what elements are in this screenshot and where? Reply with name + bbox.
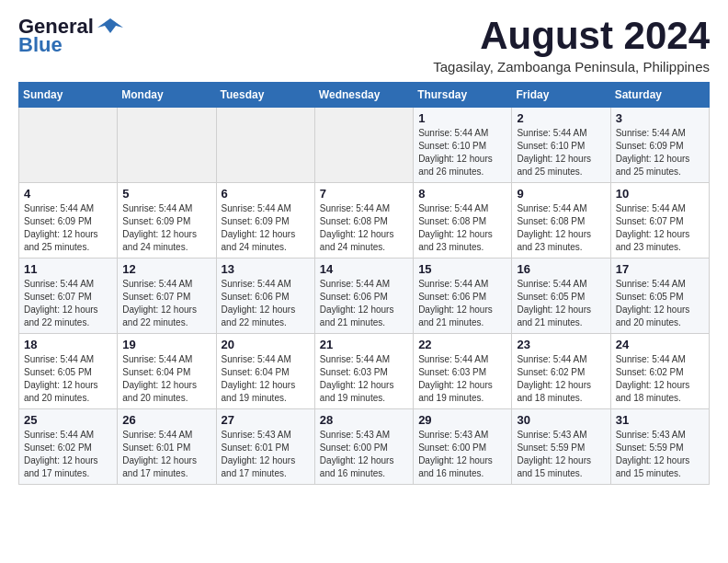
day-info: Sunrise: 5:44 AMSunset: 6:02 PMDaylight:… xyxy=(517,353,605,405)
day-number: 17 xyxy=(616,262,704,276)
day-cell: 19Sunrise: 5:44 AMSunset: 6:04 PMDayligh… xyxy=(118,334,216,409)
day-cell: 11Sunrise: 5:44 AMSunset: 6:07 PMDayligh… xyxy=(19,259,118,334)
calendar-table: SundayMondayTuesdayWednesdayThursdayFrid… xyxy=(18,82,710,485)
day-info: Sunrise: 5:44 AMSunset: 6:10 PMDaylight:… xyxy=(418,127,506,178)
week-row-1: 4Sunrise: 5:44 AMSunset: 6:09 PMDaylight… xyxy=(19,183,710,259)
day-info: Sunrise: 5:44 AMSunset: 6:09 PMDaylight:… xyxy=(616,127,704,178)
calendar-title: August 2024 xyxy=(433,15,710,57)
day-cell: 6Sunrise: 5:44 AMSunset: 6:09 PMDaylight… xyxy=(216,183,314,259)
day-cell: 18Sunrise: 5:44 AMSunset: 6:05 PMDayligh… xyxy=(19,334,118,409)
header-day-friday: Friday xyxy=(512,83,610,108)
day-info: Sunrise: 5:44 AMSunset: 6:03 PMDaylight:… xyxy=(320,353,408,405)
calendar-subtitle: Tagasilay, Zamboanga Peninsula, Philippi… xyxy=(433,59,710,75)
day-info: Sunrise: 5:44 AMSunset: 6:04 PMDaylight:… xyxy=(222,353,310,405)
day-cell: 25Sunrise: 5:44 AMSunset: 6:02 PMDayligh… xyxy=(19,409,118,485)
day-cell: 3Sunrise: 5:44 AMSunset: 6:09 PMDaylight… xyxy=(610,108,709,183)
day-cell: 17Sunrise: 5:44 AMSunset: 6:05 PMDayligh… xyxy=(610,259,709,334)
day-number: 30 xyxy=(517,413,605,427)
calendar-body: 1Sunrise: 5:44 AMSunset: 6:10 PMDaylight… xyxy=(19,108,710,485)
day-number: 18 xyxy=(24,338,112,351)
day-number: 1 xyxy=(418,111,506,125)
day-cell: 22Sunrise: 5:44 AMSunset: 6:03 PMDayligh… xyxy=(414,334,512,409)
day-cell: 16Sunrise: 5:44 AMSunset: 6:05 PMDayligh… xyxy=(512,259,610,334)
header-day-monday: Monday xyxy=(118,83,216,108)
day-info: Sunrise: 5:44 AMSunset: 6:05 PMDaylight:… xyxy=(616,278,704,329)
day-cell xyxy=(118,108,216,183)
day-cell: 8Sunrise: 5:44 AMSunset: 6:08 PMDaylight… xyxy=(414,183,512,259)
day-number: 13 xyxy=(222,262,310,276)
day-info: Sunrise: 5:44 AMSunset: 6:07 PMDaylight:… xyxy=(24,278,112,329)
calendar-header: SundayMondayTuesdayWednesdayThursdayFrid… xyxy=(19,83,710,108)
day-info: Sunrise: 5:44 AMSunset: 6:08 PMDaylight:… xyxy=(517,202,605,254)
day-cell: 26Sunrise: 5:44 AMSunset: 6:01 PMDayligh… xyxy=(118,409,216,485)
day-cell xyxy=(314,108,413,183)
day-number: 9 xyxy=(517,187,605,201)
day-cell: 15Sunrise: 5:44 AMSunset: 6:06 PMDayligh… xyxy=(414,259,512,334)
week-row-4: 25Sunrise: 5:44 AMSunset: 6:02 PMDayligh… xyxy=(19,409,710,485)
day-cell: 14Sunrise: 5:44 AMSunset: 6:06 PMDayligh… xyxy=(314,259,413,334)
day-number: 6 xyxy=(222,187,310,201)
day-info: Sunrise: 5:44 AMSunset: 6:06 PMDaylight:… xyxy=(320,278,408,329)
svg-marker-0 xyxy=(97,18,123,33)
day-info: Sunrise: 5:44 AMSunset: 6:06 PMDaylight:… xyxy=(222,278,310,329)
header-day-thursday: Thursday xyxy=(414,83,512,108)
day-number: 31 xyxy=(616,413,704,427)
header-day-saturday: Saturday xyxy=(610,83,709,108)
day-cell: 13Sunrise: 5:44 AMSunset: 6:06 PMDayligh… xyxy=(216,259,314,334)
day-number: 29 xyxy=(418,413,506,427)
day-cell: 2Sunrise: 5:44 AMSunset: 6:10 PMDaylight… xyxy=(512,108,610,183)
day-number: 7 xyxy=(320,187,408,201)
day-cell: 5Sunrise: 5:44 AMSunset: 6:09 PMDaylight… xyxy=(118,183,216,259)
day-cell: 20Sunrise: 5:44 AMSunset: 6:04 PMDayligh… xyxy=(216,334,314,409)
day-cell: 12Sunrise: 5:44 AMSunset: 6:07 PMDayligh… xyxy=(118,259,216,334)
week-row-3: 18Sunrise: 5:44 AMSunset: 6:05 PMDayligh… xyxy=(19,334,710,409)
day-number: 21 xyxy=(320,338,408,351)
day-info: Sunrise: 5:44 AMSunset: 6:07 PMDaylight:… xyxy=(122,278,210,329)
day-number: 27 xyxy=(222,413,310,427)
day-cell: 21Sunrise: 5:44 AMSunset: 6:03 PMDayligh… xyxy=(314,334,413,409)
day-cell: 27Sunrise: 5:43 AMSunset: 6:01 PMDayligh… xyxy=(216,409,314,485)
day-info: Sunrise: 5:44 AMSunset: 6:02 PMDaylight:… xyxy=(24,429,112,480)
day-cell xyxy=(216,108,314,183)
day-info: Sunrise: 5:44 AMSunset: 6:09 PMDaylight:… xyxy=(222,202,310,254)
day-info: Sunrise: 5:44 AMSunset: 6:09 PMDaylight:… xyxy=(122,202,210,254)
day-number: 15 xyxy=(418,262,506,276)
day-info: Sunrise: 5:43 AMSunset: 5:59 PMDaylight:… xyxy=(616,429,704,480)
day-info: Sunrise: 5:43 AMSunset: 6:00 PMDaylight:… xyxy=(418,429,506,480)
day-cell: 29Sunrise: 5:43 AMSunset: 6:00 PMDayligh… xyxy=(414,409,512,485)
day-cell: 10Sunrise: 5:44 AMSunset: 6:07 PMDayligh… xyxy=(610,183,709,259)
day-info: Sunrise: 5:44 AMSunset: 6:10 PMDaylight:… xyxy=(517,127,605,178)
title-block: August 2024 Tagasilay, Zamboanga Peninsu… xyxy=(433,15,710,75)
day-info: Sunrise: 5:44 AMSunset: 6:08 PMDaylight:… xyxy=(418,202,506,254)
day-number: 20 xyxy=(222,338,310,351)
day-cell: 30Sunrise: 5:43 AMSunset: 5:59 PMDayligh… xyxy=(512,409,610,485)
day-info: Sunrise: 5:44 AMSunset: 6:07 PMDaylight:… xyxy=(616,202,704,254)
day-number: 25 xyxy=(24,413,112,427)
header-row: SundayMondayTuesdayWednesdayThursdayFrid… xyxy=(19,83,710,108)
day-number: 22 xyxy=(418,338,506,351)
day-cell: 24Sunrise: 5:44 AMSunset: 6:02 PMDayligh… xyxy=(610,334,709,409)
day-info: Sunrise: 5:44 AMSunset: 6:01 PMDaylight:… xyxy=(122,429,210,480)
day-info: Sunrise: 5:43 AMSunset: 6:01 PMDaylight:… xyxy=(222,429,310,480)
day-cell: 7Sunrise: 5:44 AMSunset: 6:08 PMDaylight… xyxy=(314,183,413,259)
day-cell: 23Sunrise: 5:44 AMSunset: 6:02 PMDayligh… xyxy=(512,334,610,409)
header-day-sunday: Sunday xyxy=(19,83,118,108)
day-info: Sunrise: 5:43 AMSunset: 5:59 PMDaylight:… xyxy=(517,429,605,480)
header-day-wednesday: Wednesday xyxy=(314,83,413,108)
day-info: Sunrise: 5:43 AMSunset: 6:00 PMDaylight:… xyxy=(320,429,408,480)
week-row-2: 11Sunrise: 5:44 AMSunset: 6:07 PMDayligh… xyxy=(19,259,710,334)
week-row-0: 1Sunrise: 5:44 AMSunset: 6:10 PMDaylight… xyxy=(19,108,710,183)
day-number: 8 xyxy=(418,187,506,201)
day-cell: 1Sunrise: 5:44 AMSunset: 6:10 PMDaylight… xyxy=(414,108,512,183)
day-cell: 9Sunrise: 5:44 AMSunset: 6:08 PMDaylight… xyxy=(512,183,610,259)
day-number: 5 xyxy=(122,187,210,201)
day-number: 10 xyxy=(616,187,704,201)
day-info: Sunrise: 5:44 AMSunset: 6:05 PMDaylight:… xyxy=(24,353,112,405)
day-info: Sunrise: 5:44 AMSunset: 6:04 PMDaylight:… xyxy=(122,353,210,405)
page-header: General Blue August 2024 Tagasilay, Zamb… xyxy=(18,15,710,75)
day-info: Sunrise: 5:44 AMSunset: 6:05 PMDaylight:… xyxy=(517,278,605,329)
logo-blue-text: Blue xyxy=(18,35,63,55)
logo: General Blue xyxy=(18,15,123,55)
day-number: 3 xyxy=(616,111,704,125)
day-cell: 31Sunrise: 5:43 AMSunset: 5:59 PMDayligh… xyxy=(610,409,709,485)
